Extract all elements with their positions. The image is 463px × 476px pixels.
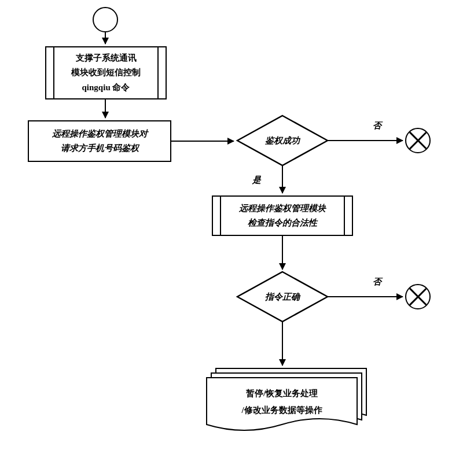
- process-receive-sms: 支撑子系统通讯 模块收到短信控制 qingqiu 命令: [45, 46, 167, 99]
- label-yes-1: 是: [252, 175, 261, 186]
- arrow-p1-p2: [105, 99, 106, 118]
- arrow-d1-end1: [328, 140, 403, 141]
- document-operations-text: 暂停/恢复业务处理 /修改业务数据等操作: [206, 385, 358, 418]
- start-node: [93, 7, 118, 32]
- process-check-command-text: 远程操作鉴权管理模块 检查指令的合法性: [239, 201, 326, 231]
- terminator-1: [405, 128, 431, 153]
- arrow-start-p1: [105, 32, 106, 44]
- decision-auth-success-label: 鉴权成功: [265, 135, 300, 146]
- arrow-d2-end2: [328, 296, 403, 297]
- process-receive-sms-text: 支撑子系统通讯 模块收到短信控制 qingqiu 命令: [71, 51, 141, 95]
- arrow-p2-d1: [171, 141, 234, 142]
- process-check-command: 远程操作鉴权管理模块 检查指令的合法性: [212, 195, 353, 236]
- decision-command-correct: 指令正确: [236, 271, 329, 323]
- process-auth-phone-text: 远程操作鉴权管理模块对 请求方手机号码鉴权: [52, 127, 148, 156]
- arrow-p3-d2: [282, 236, 283, 270]
- decision-command-correct-label: 指令正确: [265, 291, 300, 302]
- label-no-2: 否: [373, 276, 381, 287]
- terminator-2: [405, 284, 431, 309]
- arrow-d2-doc: [282, 322, 283, 366]
- process-auth-phone: 远程操作鉴权管理模块对 请求方手机号码鉴权: [28, 120, 171, 162]
- arrow-d1-p3: [282, 165, 283, 193]
- document-operations: 暂停/恢复业务处理 /修改业务数据等操作: [206, 368, 367, 437]
- decision-auth-success: 鉴权成功: [236, 115, 329, 167]
- label-no-1: 否: [373, 120, 381, 131]
